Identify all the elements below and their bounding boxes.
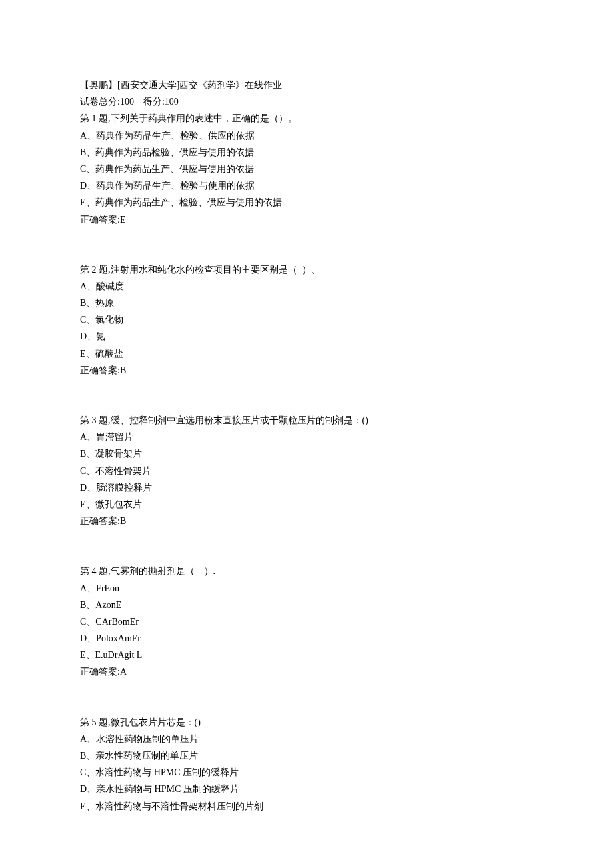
question-option: C、水溶性药物与 HPMC 压制的缓释片	[80, 764, 533, 781]
question-option: D、氨	[80, 328, 533, 345]
question-option: D、亲水性药物与 HPMC 压制的缓释片	[80, 781, 533, 797]
question-prompt: 第 4 题,气雾剂的抛射剂是（ ）.	[80, 563, 533, 579]
question-option: E、硫酸盐	[80, 345, 533, 362]
score-line: 试卷总分:100 得分:100	[80, 93, 533, 110]
question-prompt: 第 3 题,缓、控释制剂中宜选用粉末直接压片或干颗粒压片的制剂是：()	[80, 412, 533, 429]
question-option: A、酸碱度	[80, 278, 533, 295]
question-option: A、药典作为药品生产、检验、供应的依据	[80, 127, 533, 144]
question-option: D、PoloxAmEr	[80, 630, 533, 647]
question-option: A、胃滞留片	[80, 429, 533, 445]
question-option: C、药典作为药品生产、供应与使用的依据	[80, 161, 533, 177]
question-answer: 正确答案:B	[80, 362, 533, 379]
question-answer: 正确答案:A	[80, 663, 533, 680]
question-option: D、肠溶膜控释片	[80, 479, 533, 496]
question-option: C、氯化物	[80, 311, 533, 328]
document-title: 【奥鹏】[西安交通大学]西交《药剂学》在线作业	[80, 77, 533, 93]
question-option: A、水溶性药物压制的单压片	[80, 731, 533, 747]
question-prompt: 第 1 题,下列关于药典作用的表述中，正确的是（）。	[80, 110, 533, 127]
question-option: E、E.uDrAgit L	[80, 647, 533, 663]
question-prompt: 第 5 题,微孔包衣片片芯是：()	[80, 714, 533, 731]
question-option: A、FrEon	[80, 580, 533, 597]
question-option: D、药典作为药品生产、检验与使用的依据	[80, 177, 533, 194]
question-option: C、CArBomEr	[80, 613, 533, 630]
question-prompt: 第 2 题,注射用水和纯化水的检查项目的主要区别是（ ）、	[80, 261, 533, 278]
question-option: B、热原	[80, 295, 533, 311]
question-option: E、药典作为药品生产、检验、供应与使用的依据	[80, 194, 533, 211]
question-answer: 正确答案:E	[80, 211, 533, 228]
question-option: C、不溶性骨架片	[80, 463, 533, 479]
question-option: B、AzonE	[80, 597, 533, 613]
question-answer: 正确答案:B	[80, 513, 533, 529]
question-option: E、微孔包衣片	[80, 496, 533, 513]
question-option: B、亲水性药物压制的单压片	[80, 747, 533, 764]
question-option: E、水溶性药物与不溶性骨架材料压制的片剂	[80, 798, 533, 815]
question-option: B、药典作为药品检验、供应与使用的依据	[80, 144, 533, 161]
question-option: B、凝胶骨架片	[80, 445, 533, 462]
